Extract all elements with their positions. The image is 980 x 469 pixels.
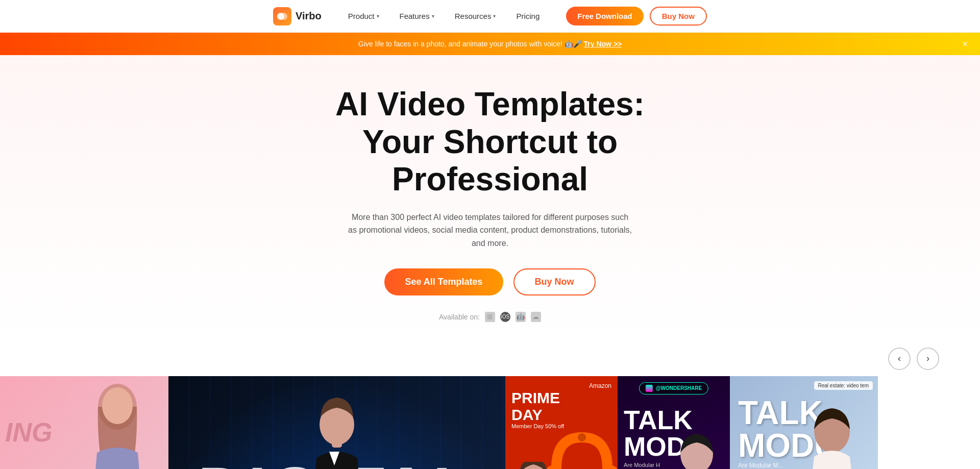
template-card-fashion[interactable]: ING: [0, 376, 168, 469]
nav-pricing[interactable]: Pricing: [514, 8, 542, 24]
carousel-next-button[interactable]: ›: [917, 348, 939, 370]
tiktok-person: [664, 431, 730, 469]
hero-subtitle: More than 300 perfect AI video templates…: [347, 211, 633, 250]
logo[interactable]: Virbo: [273, 7, 322, 26]
realestate-tag: Real estate: video tem: [814, 381, 873, 390]
hero-title: AI Video Templates: Your Shortcut to Pro…: [260, 86, 720, 199]
svg-point-1: [280, 13, 287, 20]
cloud-icon: ☁: [531, 312, 541, 322]
chevron-down-icon: ▾: [432, 13, 434, 19]
buy-now-hero-button[interactable]: Buy Now: [513, 268, 596, 295]
template-card-realestate[interactable]: Real estate: video tem TALK MODU Are Mod…: [730, 376, 878, 469]
template-cards-row: ING DIGITAL: [0, 376, 980, 469]
fashion-person-figure: [66, 376, 168, 469]
android-icon: 🤖: [516, 312, 526, 322]
chevron-down-icon: ▾: [493, 13, 496, 19]
person-bottom-amazon: [505, 462, 572, 469]
carousel-navigation: ‹ ›: [0, 348, 980, 370]
banner-text: Give life to faces in a photo, and anima…: [358, 40, 622, 48]
ios-icon: iOS: [500, 312, 510, 322]
logo-icon: [273, 7, 291, 26]
promo-banner: Give life to faces in a photo, and anima…: [0, 33, 980, 55]
tiktok-handle-badge: @WONDERSHARE: [639, 382, 708, 394]
available-on: Available on: ⊞ iOS 🤖 ☁: [10, 312, 970, 322]
windows-icon: ⊞: [485, 312, 495, 322]
digital-person: [281, 376, 393, 469]
hero-buttons: See All Templates Buy Now: [10, 268, 970, 295]
talk-text: TALK: [624, 407, 705, 433]
template-card-digital[interactable]: DIGITAL: [168, 376, 505, 469]
chevron-down-icon: ▾: [377, 13, 379, 19]
nav-features[interactable]: Features ▾: [398, 8, 436, 24]
see-all-templates-button[interactable]: See All Templates: [384, 268, 503, 295]
nav-resources[interactable]: Resources ▾: [453, 8, 498, 24]
banner-try-now-link[interactable]: Try Now >>: [584, 40, 622, 48]
amazon-brand: Amazon: [511, 382, 611, 389]
svg-point-10: [578, 433, 586, 441]
prime-day-text: PRIMEDAY: [511, 389, 611, 423]
buy-now-nav-button[interactable]: Buy Now: [650, 7, 707, 26]
carousel-prev-button[interactable]: ‹: [888, 348, 911, 370]
banner-close-button[interactable]: ×: [962, 39, 968, 50]
card-fashion-text: ING: [5, 417, 52, 448]
template-card-amazon[interactable]: Amazon PRIMEDAY Member Day 50% off like …: [505, 376, 618, 469]
free-download-button[interactable]: Free Download: [566, 7, 644, 26]
hero-section: AI Video Templates: Your Shortcut to Pro…: [0, 55, 980, 348]
platform-icons: ⊞ iOS 🤖 ☁: [485, 312, 541, 322]
logo-text: Virbo: [296, 10, 322, 22]
nav-product[interactable]: Product ▾: [346, 8, 381, 24]
svg-point-3: [102, 387, 133, 424]
realestate-person: [786, 406, 878, 469]
template-card-tiktok[interactable]: @WONDERSHARE TALK MODU Are Modular H Rem…: [618, 376, 730, 469]
navbar: Virbo Product ▾ Features ▾ Resources ▾ P…: [0, 0, 980, 33]
